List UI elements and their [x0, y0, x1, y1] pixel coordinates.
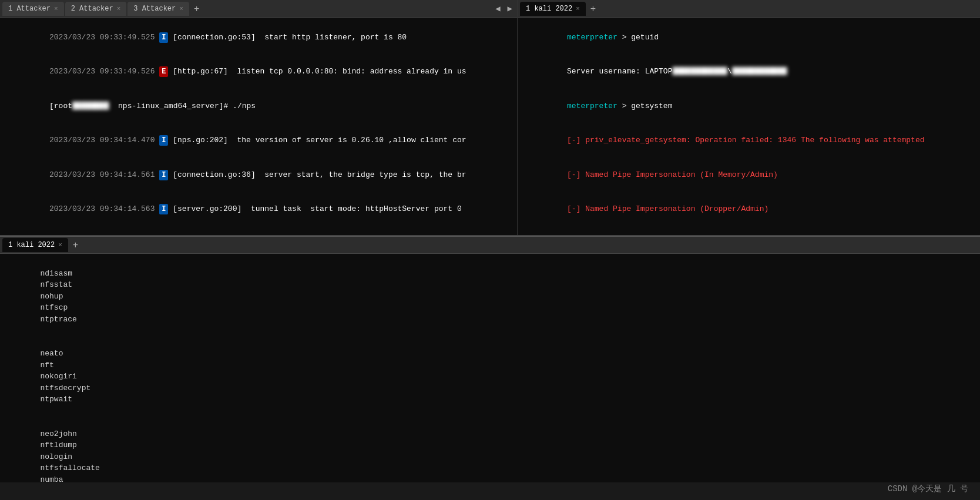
- terminal-line: 2023/03/23 09:34:14.563 I [connection.go…: [4, 226, 514, 235]
- nav-arrows: ◀ ▶: [493, 4, 515, 14]
- tab-kali-2022-top[interactable]: 1 kali 2022 ×: [520, 2, 586, 16]
- right-tab-bar: 1 kali 2022 × +: [518, 0, 980, 18]
- right-terminal: meterpreter > getuid Server username: LA…: [518, 18, 980, 235]
- getsystem-error-3: [-] Named Pipe Impersonation (Dropper/Ad…: [521, 192, 976, 227]
- meterpreter-getuid-result: Server username: LAPTOP████████████\████…: [521, 55, 976, 89]
- add-bottom-tab-button[interactable]: +: [69, 240, 82, 250]
- tab-kali-bottom-label: 1 kali 2022: [8, 241, 55, 249]
- tab-3-label: 3 Attacker: [133, 5, 176, 13]
- tab-2-attacker[interactable]: 2 Attacker ×: [65, 2, 127, 16]
- bottom-section: 1 kali 2022 × + ndisasm nfsstat nohup nt…: [0, 235, 980, 482]
- nav-right-arrow[interactable]: ▶: [505, 4, 515, 14]
- getsystem-error-2: [-] Named Pipe Impersonation (In Memory/…: [521, 157, 976, 192]
- tool-list-2: neato nft nokogiri ntfsdecrypt ntpwait: [4, 337, 976, 417]
- tab-3-close[interactable]: ×: [179, 5, 183, 12]
- tool-list-3: neo2john nftldump nologin ntfsfallocate …: [4, 417, 976, 482]
- nav-left-arrow[interactable]: ◀: [493, 4, 502, 14]
- terminal-line: 2023/03/23 09:33:49.526 E [http.go:67] l…: [4, 55, 514, 89]
- terminal-line: 2023/03/23 09:34:14.561 I [connection.go…: [4, 157, 514, 192]
- add-right-tab-button[interactable]: +: [587, 4, 599, 14]
- tab-1-attacker[interactable]: 1 Attacker ×: [2, 2, 64, 16]
- meterpreter-getsystem-cmd: meterpreter > getsystem: [521, 89, 976, 123]
- meterpreter-getuid-cmd: meterpreter > getuid: [521, 20, 976, 55]
- tool-list-1: ndisasm nfsstat nohup ntfscp ntptrace: [4, 256, 976, 337]
- terminal-line: 2023/03/23 09:33:49.525 I [connection.go…: [4, 20, 514, 55]
- getsystem-error-4: [-] Token Duplication (In Memory/Admin): [521, 226, 976, 235]
- terminal-line: 2023/03/23 09:34:14.470 I [nps.go:202] t…: [4, 123, 514, 158]
- left-terminal: 2023/03/23 09:33:49.525 I [connection.go…: [0, 18, 517, 235]
- terminal-line: [root████████ nps-linux_amd64_server]# .…: [4, 89, 514, 123]
- tab-1-label: 1 Attacker: [8, 5, 51, 13]
- left-tab-bar: 1 Attacker × 2 Attacker × 3 Attacker × +…: [0, 0, 517, 18]
- bottom-tab-bar: 1 kali 2022 × +: [0, 236, 980, 254]
- getsystem-error-1: [-] priv_elevate_getsystem: Operation fa…: [521, 123, 976, 158]
- terminal-line: 2023/03/23 09:34:14.563 I [server.go:200…: [4, 192, 514, 227]
- tab-1-close[interactable]: ×: [54, 5, 58, 12]
- tab-2-close[interactable]: ×: [117, 5, 121, 12]
- tab-kali-2022-bottom[interactable]: 1 kali 2022 ×: [2, 238, 68, 252]
- tab-kali-label: 1 kali 2022: [526, 5, 572, 13]
- tab-2-label: 2 Attacker: [71, 5, 113, 13]
- tab-3-attacker[interactable]: 3 Attacker ×: [127, 2, 189, 16]
- watermark: CSDN @今天是 几 号: [888, 484, 968, 494]
- tab-kali-bottom-close[interactable]: ×: [58, 241, 62, 249]
- add-tab-button[interactable]: +: [190, 4, 203, 14]
- bottom-terminal: ndisasm nfsstat nohup ntfscp ntptrace ne…: [0, 254, 980, 482]
- tab-kali-close[interactable]: ×: [576, 5, 580, 12]
